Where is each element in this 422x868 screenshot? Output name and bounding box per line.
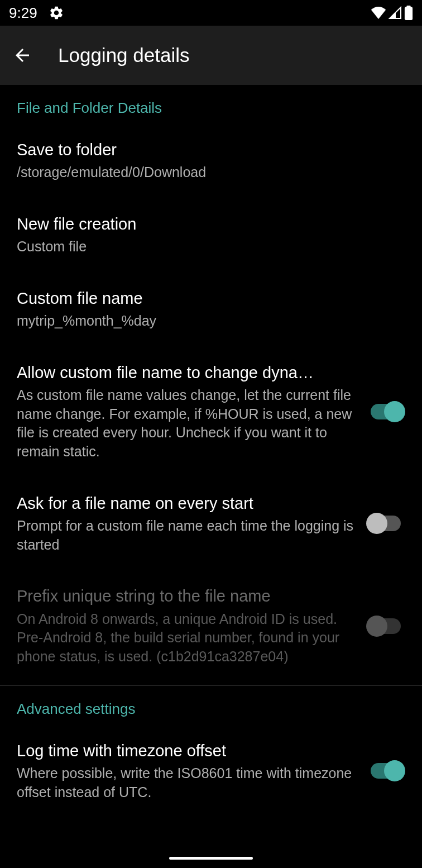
setting-title: New file creation — [17, 213, 394, 235]
setting-title: Save to folder — [17, 139, 394, 161]
arrow-back-icon — [12, 45, 32, 65]
toggle-prefix-unique — [366, 615, 405, 637]
status-bar: 9:29 — [0, 0, 422, 26]
setting-title: Prefix unique string to the file name — [17, 585, 355, 607]
setting-prefix-unique-string: Prefix unique string to the file name On… — [0, 570, 422, 681]
setting-custom-file-name[interactable]: Custom file name mytrip_%month_%day — [0, 272, 422, 346]
settings-list[interactable]: File and Folder Details Save to folder /… — [0, 85, 422, 817]
settings-gear-icon — [49, 5, 64, 21]
section-header-file-folder: File and Folder Details — [0, 85, 422, 123]
setting-summary: On Android 8 onwards, a unique Android I… — [17, 610, 355, 666]
wifi-icon — [371, 7, 386, 19]
toggle-thumb — [384, 401, 405, 422]
setting-summary: mytrip_%month_%day — [17, 312, 394, 331]
setting-title: Allow custom file name to change dyna… — [17, 362, 355, 384]
setting-ask-filename-on-start[interactable]: Ask for a file name on every start Promp… — [0, 477, 422, 570]
setting-title: Log time with timezone offset — [17, 740, 355, 762]
setting-title: Custom file name — [17, 288, 394, 309]
setting-new-file-creation[interactable]: New file creation Custom file — [0, 198, 422, 272]
toggle-ask-filename[interactable] — [366, 512, 405, 535]
battery-icon — [404, 6, 413, 20]
navigation-bar — [0, 848, 422, 868]
toggle-dynamic-filename[interactable] — [366, 400, 405, 423]
svg-rect-0 — [405, 7, 413, 20]
setting-summary: As custom file name values change, let t… — [17, 386, 355, 461]
page-title: Logging details — [58, 44, 189, 66]
section-header-advanced: Advanced settings — [0, 686, 422, 724]
setting-allow-dynamic-filename[interactable]: Allow custom file name to change dyna… A… — [0, 346, 422, 477]
setting-summary: Prompt for a custom file name each time … — [17, 517, 355, 555]
app-bar: Logging details — [0, 26, 422, 85]
svg-rect-1 — [406, 6, 410, 8]
cellular-icon — [389, 6, 402, 20]
gesture-handle[interactable] — [169, 857, 253, 860]
status-time: 9:29 — [9, 4, 37, 22]
setting-timezone-offset[interactable]: Log time with timezone offset Where poss… — [0, 724, 422, 818]
toggle-timezone-offset[interactable] — [366, 760, 405, 782]
toggle-thumb — [366, 616, 387, 637]
status-left: 9:29 — [9, 4, 64, 22]
status-right — [371, 6, 413, 20]
toggle-thumb — [366, 513, 387, 534]
back-button[interactable] — [9, 42, 36, 69]
setting-summary: /storage/emulated/0/Download — [17, 163, 394, 182]
toggle-thumb — [384, 760, 405, 781]
setting-title: Ask for a file name on every start — [17, 493, 355, 514]
setting-summary: Where possible, write the ISO8601 time w… — [17, 764, 355, 802]
setting-summary: Custom file — [17, 237, 394, 256]
setting-save-to-folder[interactable]: Save to folder /storage/emulated/0/Downl… — [0, 123, 422, 198]
